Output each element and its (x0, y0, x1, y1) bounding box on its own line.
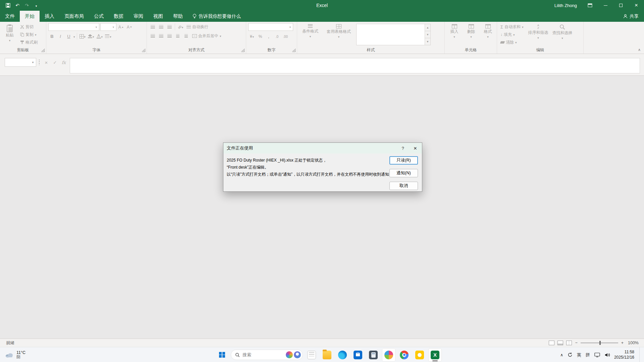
gallery-more-button[interactable]: ▼ (425, 38, 430, 45)
zoom-in-button[interactable] (621, 341, 624, 345)
align-center-button[interactable] (157, 32, 165, 40)
bold-button[interactable]: B (48, 33, 56, 40)
dialog-help-button[interactable]: ? (397, 143, 409, 154)
sync-icon[interactable] (568, 352, 573, 357)
find-select-button[interactable]: 查找和选择 (552, 23, 573, 47)
taskbar-icon-photos[interactable] (382, 348, 395, 362)
search-highlight-icon[interactable] (286, 351, 293, 358)
tell-me-box[interactable]: 告诉我你想要做什么 (188, 11, 246, 22)
format-cells-button[interactable]: 格式 (481, 23, 495, 47)
align-bottom-button[interactable] (166, 23, 173, 31)
collapse-ribbon-button[interactable] (638, 48, 641, 52)
cancel-entry-button[interactable] (42, 58, 50, 67)
fill-color-button[interactable] (87, 33, 95, 40)
decrease-indent-button[interactable] (174, 32, 181, 40)
insert-function-button[interactable]: fx (60, 58, 68, 67)
enter-entry-button[interactable] (51, 58, 59, 67)
italic-button[interactable]: I (57, 33, 64, 40)
zoom-slider[interactable] (581, 343, 618, 343)
tab-review[interactable]: 审阅 (128, 11, 148, 22)
read-only-button[interactable]: 只读(R) (389, 156, 418, 165)
display-icon[interactable] (594, 353, 600, 357)
taskbar-icon-yellow-app[interactable] (413, 348, 426, 362)
taskbar-search[interactable] (231, 350, 303, 360)
percent-style-button[interactable] (257, 33, 264, 40)
format-as-table-button[interactable]: 套用表格格式 (324, 23, 354, 47)
phonetic-guide-button[interactable] (104, 33, 112, 40)
name-box-input[interactable] (5, 60, 30, 65)
underline-button[interactable]: U (65, 33, 72, 40)
taskbar-icon-store[interactable] (351, 348, 365, 362)
cell-styles-gallery[interactable] (356, 24, 425, 45)
taskbar-icon-excel[interactable] (428, 348, 442, 362)
font-name-combo[interactable]: ▾ (48, 23, 99, 31)
font-dialog-launcher-icon[interactable] (142, 49, 145, 52)
clear-button[interactable]: 清除 (499, 39, 525, 46)
align-middle-button[interactable] (157, 23, 165, 31)
taskbar-clock[interactable]: 11:58 2025/12/16 (614, 350, 634, 360)
zoom-out-button[interactable] (575, 341, 577, 345)
tab-formulas[interactable]: 公式 (89, 11, 109, 22)
normal-view-button[interactable] (549, 341, 554, 345)
orientation-button[interactable]: ab (177, 23, 184, 31)
cancel-button[interactable]: 取消 (389, 182, 418, 190)
formula-bar-handle[interactable] (39, 60, 40, 65)
font-size-combo[interactable]: ▾ (100, 23, 116, 31)
input-language-en[interactable]: 英 (577, 352, 581, 358)
autosum-button[interactable]: 自动求和 (499, 23, 525, 31)
accounting-format-button[interactable] (248, 33, 256, 40)
tab-page-layout[interactable]: 页面布局 (59, 11, 89, 22)
tab-insert[interactable]: 插入 (40, 11, 59, 22)
clipboard-dialog-launcher-icon[interactable] (41, 49, 45, 52)
conditional-formatting-button[interactable]: 条件格式 (299, 23, 321, 47)
comma-style-button[interactable] (265, 33, 272, 40)
page-break-view-button[interactable] (566, 341, 572, 345)
increase-font-size-button[interactable]: A▲ (117, 23, 125, 31)
insert-cells-button[interactable]: 插入 (447, 23, 462, 47)
fill-button[interactable]: 填充 (499, 31, 525, 38)
show-desktop-button[interactable] (639, 347, 641, 362)
cut-button[interactable]: 剪切 (19, 23, 39, 31)
customize-qat-button[interactable] (32, 1, 40, 9)
align-top-button[interactable] (149, 23, 156, 31)
increase-indent-button[interactable] (182, 32, 190, 40)
page-layout-view-button[interactable] (557, 341, 563, 345)
align-right-button[interactable] (166, 32, 173, 40)
search-avatar-icon[interactable] (294, 351, 301, 358)
undo-button[interactable] (13, 1, 21, 9)
align-left-button[interactable] (149, 32, 156, 40)
delete-cells-button[interactable]: 删除 (464, 23, 479, 47)
decrease-decimal-button[interactable] (282, 33, 289, 40)
font-color-button[interactable]: A (96, 33, 104, 40)
tab-file[interactable]: 文件 (0, 11, 20, 22)
decrease-font-size-button[interactable]: A▼ (126, 23, 133, 31)
gallery-scroll-down-button[interactable]: ▼ (425, 31, 430, 38)
start-button[interactable] (215, 348, 229, 362)
minimize-button[interactable] (598, 0, 613, 11)
merge-center-button[interactable]: 合并后居中 (191, 32, 223, 40)
tab-data[interactable]: 数据 (109, 11, 128, 22)
taskbar-icon-calculator[interactable] (367, 348, 380, 362)
close-button[interactable] (629, 0, 644, 11)
gallery-scroll-up-button[interactable]: ▲ (425, 24, 430, 31)
increase-decimal-button[interactable] (273, 33, 281, 40)
zoom-slider-handle[interactable] (599, 341, 601, 345)
wrap-text-button[interactable]: 自动换行 (185, 23, 210, 31)
name-box[interactable]: ▾ (5, 58, 36, 67)
paste-button[interactable]: 粘贴 (2, 23, 17, 47)
dialog-close-button[interactable] (409, 143, 422, 154)
search-input[interactable] (243, 352, 276, 357)
volume-icon[interactable] (604, 353, 610, 357)
taskbar-icon-chrome[interactable] (397, 348, 411, 362)
tab-home[interactable]: 开始 (20, 11, 40, 22)
taskbar-icon-file-explorer[interactable] (320, 348, 334, 362)
sort-filter-button[interactable]: AZ 排序和筛选 (528, 23, 549, 47)
hidden-icons-chevron[interactable] (560, 353, 563, 357)
tab-view[interactable]: 视图 (148, 11, 168, 22)
tab-help[interactable]: 帮助 (168, 11, 188, 22)
copy-button[interactable]: 复制 (19, 31, 39, 38)
redo-button[interactable] (23, 1, 31, 9)
number-format-combo[interactable]: ▾ (248, 23, 293, 31)
share-button[interactable]: 共享 (618, 11, 644, 22)
save-button[interactable] (4, 1, 12, 9)
